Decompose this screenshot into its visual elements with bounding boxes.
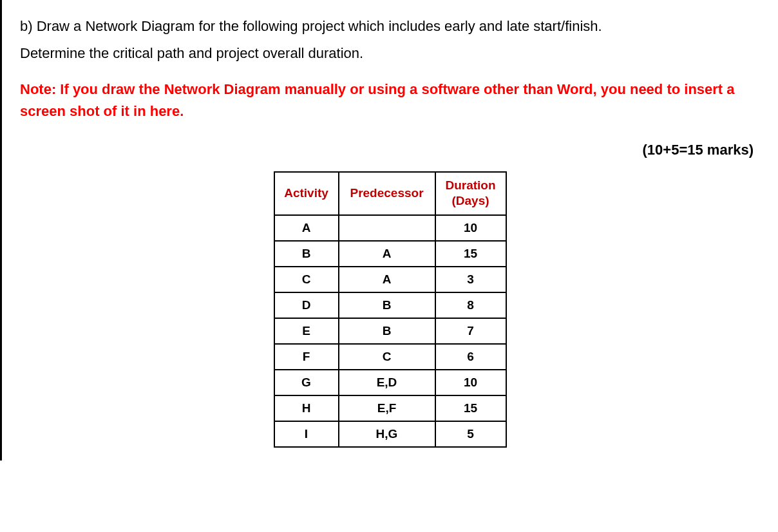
cell-duration: 8 — [435, 292, 506, 318]
cell-activity: E — [274, 318, 339, 344]
table-row: G E,D 10 — [274, 370, 506, 395]
table-row: I H,G 5 — [274, 421, 506, 447]
note-text: Note: If you draw the Network Diagram ma… — [20, 79, 760, 122]
table-row: E B 7 — [274, 318, 506, 344]
table-container: Activity Predecessor Duration (Days) A 1… — [20, 171, 760, 448]
activity-table: Activity Predecessor Duration (Days) A 1… — [274, 171, 507, 448]
table-row: B A 15 — [274, 241, 506, 267]
cell-predecessor: B — [339, 318, 435, 344]
cell-duration: 15 — [435, 241, 506, 267]
table-row: A 10 — [274, 215, 506, 241]
header-duration-line2: (Days) — [445, 193, 497, 209]
cell-activity: C — [274, 267, 339, 292]
cell-duration: 6 — [435, 344, 506, 370]
table-header-row: Activity Predecessor Duration (Days) — [274, 172, 506, 215]
cell-activity: A — [274, 215, 339, 241]
cell-duration: 10 — [435, 215, 506, 241]
instruction-line-1: b) Draw a Network Diagram for the follow… — [20, 13, 760, 40]
cell-activity: D — [274, 292, 339, 318]
cell-predecessor: H,G — [339, 421, 435, 447]
cell-duration: 15 — [435, 395, 506, 421]
cell-activity: G — [274, 370, 339, 395]
cell-activity: B — [274, 241, 339, 267]
marks-text: (10+5=15 marks) — [20, 142, 760, 158]
header-activity: Activity — [274, 172, 339, 215]
cell-duration: 5 — [435, 421, 506, 447]
table-row: F C 6 — [274, 344, 506, 370]
cell-predecessor: E,D — [339, 370, 435, 395]
cell-predecessor: C — [339, 344, 435, 370]
cell-duration: 7 — [435, 318, 506, 344]
header-duration: Duration (Days) — [435, 172, 506, 215]
cell-activity: I — [274, 421, 339, 447]
table-body: A 10 B A 15 C A 3 D B 8 E B 7 — [274, 215, 506, 447]
cell-activity: F — [274, 344, 339, 370]
cell-duration: 10 — [435, 370, 506, 395]
cell-duration: 3 — [435, 267, 506, 292]
cell-activity: H — [274, 395, 339, 421]
cell-predecessor: A — [339, 267, 435, 292]
instruction-line-2: Determine the critical path and project … — [20, 40, 760, 67]
header-duration-line1: Duration — [445, 178, 497, 194]
cell-predecessor: A — [339, 241, 435, 267]
header-predecessor: Predecessor — [339, 172, 435, 215]
table-row: D B 8 — [274, 292, 506, 318]
cell-predecessor — [339, 215, 435, 241]
table-row: H E,F 15 — [274, 395, 506, 421]
table-row: C A 3 — [274, 267, 506, 292]
instruction-text: b) Draw a Network Diagram for the follow… — [20, 13, 760, 67]
cell-predecessor: E,F — [339, 395, 435, 421]
cell-predecessor: B — [339, 292, 435, 318]
